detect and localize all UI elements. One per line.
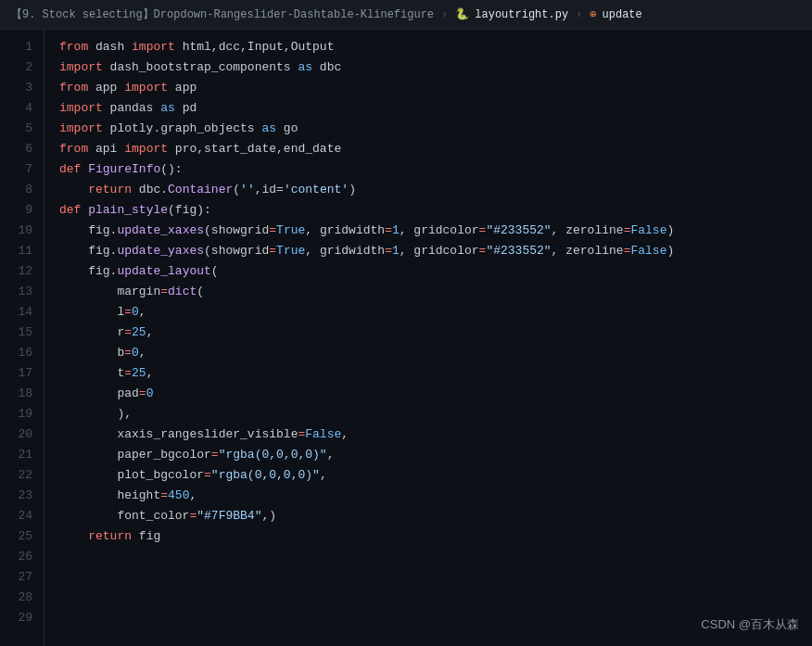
token: dash_bootstrap_components — [103, 60, 298, 74]
token: api — [88, 142, 124, 156]
code-line: b=0, — [59, 343, 812, 363]
code-line: def FigureInfo(): — [59, 159, 812, 180]
token: (showgrid — [204, 244, 269, 258]
breadcrumb-sep1: › — [441, 8, 448, 21]
line-number: 4 — [0, 98, 44, 119]
line-number: 2 — [0, 57, 44, 78]
token: "#7F9BB4" — [197, 509, 261, 523]
token: "rgba(0,0,0,0)" — [211, 468, 320, 482]
token: go — [276, 121, 298, 135]
token: l — [59, 305, 124, 319]
line-number: 19 — [0, 404, 44, 424]
file-icon: 🐍 — [455, 7, 469, 21]
line-number: 5 — [0, 119, 44, 139]
token: from — [59, 40, 88, 54]
line-number: 15 — [0, 323, 44, 343]
line-number: 27 — [0, 567, 44, 588]
token: , — [146, 366, 154, 380]
code-line: ), — [59, 404, 812, 424]
token: = — [160, 285, 168, 298]
token: = — [160, 488, 168, 502]
token: "rgba(0,0,0,0)" — [219, 448, 327, 462]
line-number: 7 — [0, 159, 44, 180]
line-number: 29 — [0, 608, 44, 628]
code-line: t=25, — [59, 363, 812, 384]
token — [59, 529, 88, 543]
token: update_layout — [117, 264, 210, 278]
token: t — [59, 366, 124, 380]
line-number: 13 — [0, 282, 44, 302]
token: False — [630, 223, 666, 237]
token: return — [88, 183, 132, 196]
token: dict — [168, 285, 197, 298]
token: = — [204, 468, 211, 482]
token: plain_style — [88, 203, 168, 217]
token: , gridcolor — [400, 223, 479, 237]
token: False — [305, 427, 341, 441]
code-line: height=450, — [59, 486, 812, 506]
token: pandas — [103, 101, 160, 115]
code-line: import plotly.graph_objects as go — [59, 119, 812, 139]
token: 450 — [168, 488, 189, 502]
token: True — [276, 244, 305, 258]
token: pd — [175, 101, 197, 115]
line-number: 6 — [0, 139, 44, 159]
token: import — [59, 121, 103, 135]
watermark: CSDN @百木从森 — [701, 616, 799, 633]
line-number: 8 — [0, 180, 44, 200]
code-line: def plain_style(fig): — [59, 200, 812, 221]
code-editor: 1234567891011121314151617181920212223242… — [0, 30, 812, 646]
line-number: 16 — [0, 343, 44, 363]
token: , — [139, 346, 146, 360]
token: = — [124, 366, 132, 380]
token: as — [160, 101, 175, 115]
token: 0 — [146, 386, 154, 400]
token: from — [59, 142, 88, 156]
line-number: 11 — [0, 241, 44, 261]
token: , zeroline — [552, 244, 624, 258]
token: = — [124, 325, 132, 339]
token: import — [132, 40, 175, 54]
line-number: 23 — [0, 486, 44, 506]
token: as — [261, 121, 276, 135]
token: = — [385, 223, 392, 237]
token: html,dcc,Input,Output — [175, 40, 335, 54]
line-number: 28 — [0, 588, 44, 608]
code-line: pad=0 — [59, 384, 812, 404]
breadcrumb-sep2: › — [576, 8, 582, 21]
code-line: font_color="#7F9BB4",) — [59, 506, 812, 526]
breadcrumb-file[interactable]: layoutright.py — [475, 8, 568, 21]
token: (showgrid — [204, 223, 269, 237]
token: 0 — [132, 346, 139, 360]
line-number: 21 — [0, 445, 44, 465]
token: ( — [211, 264, 219, 278]
token: "#233552" — [486, 223, 551, 237]
token — [59, 183, 88, 196]
token: dbc. — [132, 183, 168, 196]
token: "#233552" — [486, 244, 551, 258]
line-number: 26 — [0, 547, 44, 567]
code-line: xaxis_rangeslider_visible=False, — [59, 424, 812, 445]
breadcrumb-func[interactable]: update — [603, 8, 642, 21]
token: plotly.graph_objects — [103, 121, 262, 135]
code-line: from dash import html,dcc,Input,Output — [59, 37, 812, 57]
code-line: return fig — [59, 526, 812, 547]
token: plot_bgcolor — [59, 468, 204, 482]
token: = — [211, 448, 219, 462]
token: , — [146, 325, 154, 339]
token: as — [298, 60, 312, 74]
token: b — [59, 346, 124, 360]
line-number: 22 — [0, 465, 44, 486]
token: ,) — [261, 509, 276, 523]
token: , gridwidth — [305, 244, 385, 258]
token: True — [276, 223, 305, 237]
code-line: from api import pro,start_date,end_date — [59, 139, 812, 159]
token: , gridwidth — [305, 223, 385, 237]
line-number: 17 — [0, 363, 44, 384]
token: 'content' — [284, 183, 349, 196]
token: False — [630, 244, 666, 258]
token: , — [189, 488, 197, 502]
token: def — [59, 162, 81, 176]
token: update_xaxes — [117, 223, 204, 237]
code-content[interactable]: from dash import html,dcc,Input,Outputim… — [44, 30, 812, 646]
